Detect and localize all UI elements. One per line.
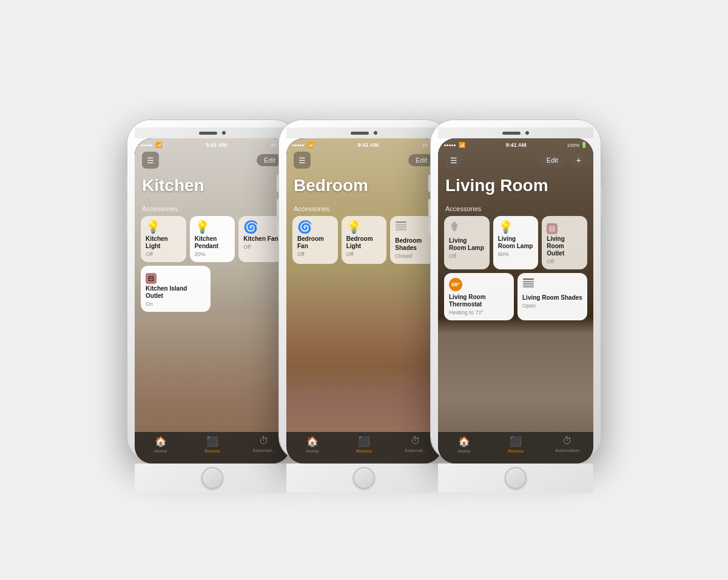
svg-rect-3 [396, 228, 406, 229]
svg-marker-5 [451, 221, 458, 229]
tiles-row1-kitchen: 💡 Kitchen Light Off 💡 Kitchen Pendant 20… [135, 216, 290, 262]
tile-bedroom-shades[interactable]: Bedroom Shades Closed [390, 216, 436, 264]
tile-icon-bedroom-shades [395, 221, 431, 235]
tile-name-bedroom-light: Bedroom Light [346, 235, 382, 250]
tab-bar-livingroom: 🏠 Home ⬛ Rooms ⏱ Automation [438, 432, 593, 464]
status-left-bedroom: 📶 [292, 142, 314, 148]
camera-bedroom [374, 131, 377, 135]
home-button-kitchen[interactable] [201, 467, 223, 489]
tile-status-kitchen-outlet: On [146, 301, 206, 307]
tab-home-label-bedroom: Home [306, 448, 318, 454]
signal-dots-bedroom [292, 144, 304, 146]
tab-home-label-livingroom: Home [457, 448, 470, 454]
tile-icon-kitchen-pendant: 💡 [195, 221, 231, 233]
tile-icon-bedroom-light: 💡 [346, 221, 382, 233]
tile-kitchen-outlet[interactable]: ⊟ Kitchen Island Outlet On [141, 266, 211, 312]
tile-lr-lamp-on[interactable]: 💡 Living Room Lamp 60% [493, 216, 539, 269]
tile-icon-kitchen-light: 💡 [146, 221, 181, 233]
tile-lr-shades[interactable]: Living Room Shades Open [517, 273, 587, 320]
home-button-bedroom[interactable] [353, 467, 375, 489]
tile-status-kitchen-fan: Off [243, 244, 279, 250]
tile-icon-bedroom-fan: 🌀 [297, 221, 333, 233]
menu-icon-livingroom[interactable]: ☰ [445, 152, 462, 169]
tile-icon-kitchen-fan: 🌀 [243, 221, 279, 233]
tile-lr-outlet[interactable]: ⊟ Living Room Outlet Off [542, 216, 587, 269]
tile-kitchen-fan[interactable]: 🌀 Kitchen Fan Off [238, 216, 284, 262]
svg-rect-7 [453, 230, 456, 231]
svg-rect-1 [396, 224, 406, 225]
tab-rooms-label-bedroom: Rooms [356, 448, 371, 454]
phones-container: 📶 9:41 AM 10 🔋 ☰ Ed [127, 96, 601, 484]
tile-bedroom-fan[interactable]: 🌀 Bedroom Fan Off [292, 216, 338, 264]
phone-bedroom: 📶 9:41 AM 10 🔋 ☰ Edit [279, 120, 449, 460]
tile-status-lr-lamp-on: 60% [498, 251, 534, 257]
status-left-kitchen: 📶 [141, 142, 162, 148]
tile-status-bedroom-shades: Closed [395, 253, 431, 259]
tile-name-bedroom-shades: Bedroom Shades [395, 237, 431, 252]
tile-status-lr-shades: Open [522, 303, 582, 309]
tile-name-lr-thermostat: Living Room Thermostat [449, 294, 509, 308]
phone-kitchen: 📶 9:41 AM 10 🔋 ☰ Ed [127, 120, 297, 460]
tab-rooms-bedroom[interactable]: ⬛ Rooms [338, 436, 389, 454]
top-notch-kitchen [135, 127, 290, 138]
svg-rect-9 [523, 281, 534, 282]
tile-lr-lamp-off[interactable]: Living Room Lamp Off [444, 216, 490, 269]
top-notch-bedroom [286, 127, 442, 138]
tile-status-lr-lamp-off: Off [449, 253, 485, 259]
tile-bedroom-light[interactable]: 💡 Bedroom Light Off [342, 216, 387, 264]
camera-livingroom [525, 131, 529, 135]
home-button-area-bedroom [286, 464, 442, 493]
tile-icon-lr-lamp-on: 💡 [498, 221, 534, 233]
tab-automation-livingroom[interactable]: ⏱ Automation [542, 436, 593, 453]
svg-rect-0 [396, 221, 406, 223]
status-time-kitchen: 9:41 AM [206, 142, 226, 148]
signal-dots-livingroom [444, 144, 456, 146]
tab-home-kitchen[interactable]: 🏠 Home [135, 436, 186, 454]
tiles-row1-bedroom: 🌀 Bedroom Fan Off 💡 Bedroom Light Off [286, 216, 442, 264]
svg-rect-2 [396, 226, 406, 227]
status-bar-livingroom: 📶 9:41 AM 100% 🔋 [438, 138, 593, 150]
tile-icon-lr-lamp-off [449, 221, 485, 235]
tab-home-label-kitchen: Home [154, 448, 167, 454]
tile-status-kitchen-light: Off [146, 251, 181, 257]
tile-name-kitchen-outlet: Kitchen Island Outlet [146, 285, 206, 300]
svg-rect-11 [523, 285, 534, 286]
tiles-row1-livingroom: Living Room Lamp Off 💡 Living Room Lamp … [438, 216, 593, 269]
home-button-area-livingroom [438, 464, 593, 493]
status-bar-bedroom: 📶 9:41 AM 10 🔋 [286, 138, 442, 150]
tile-icon-lr-outlet: ⊟ [547, 221, 582, 233]
tab-rooms-livingroom[interactable]: ⬛ Rooms [490, 436, 541, 454]
status-left-livingroom: 📶 [444, 142, 465, 148]
battery-kitchen: 10 [271, 143, 276, 148]
tab-rooms-kitchen[interactable]: ⬛ Rooms [186, 436, 238, 454]
tiles-row2-livingroom: 68° Living Room Thermostat Heating to 72… [438, 273, 593, 320]
bedroom-content: 📶 9:41 AM 10 🔋 ☰ Edit [286, 138, 442, 464]
iphone-shell-livingroom: 📶 9:41 AM 100% 🔋 ☰ Edit [431, 120, 601, 460]
home-button-area-kitchen [135, 464, 290, 493]
svg-rect-12 [523, 286, 534, 288]
accessories-label-bedroom: Accessories [286, 201, 442, 216]
kitchen-content: 📶 9:41 AM 10 🔋 ☰ Ed [135, 138, 290, 464]
top-notch-livingroom [438, 127, 593, 138]
tile-name-kitchen-light: Kitchen Light [146, 235, 181, 250]
earpiece-kitchen [199, 132, 217, 135]
menu-icon-kitchen[interactable]: ☰ [142, 152, 159, 169]
tab-bar-kitchen: 🏠 Home ⬛ Rooms ⏱ Automati... [135, 432, 290, 464]
tile-kitchen-light[interactable]: 💡 Kitchen Light Off [141, 216, 186, 262]
svg-rect-8 [523, 278, 534, 280]
tab-home-bedroom[interactable]: 🏠 Home [286, 436, 338, 454]
tile-name-kitchen-pendant: Kitchen Pendant [195, 235, 231, 250]
tile-status-lr-outlet: Off [547, 258, 582, 265]
tile-kitchen-pendant[interactable]: 💡 Kitchen Pendant 20% [190, 216, 235, 262]
tiles-row2-kitchen: ⊟ Kitchen Island Outlet On [135, 266, 290, 312]
tile-lr-thermostat[interactable]: 68° Living Room Thermostat Heating to 72… [444, 273, 514, 320]
battery-livingroom: 100% [567, 143, 579, 148]
plus-button-livingroom[interactable]: + [571, 153, 586, 167]
screen-livingroom: 📶 9:41 AM 100% 🔋 ☰ Edit [438, 138, 593, 464]
edit-button-livingroom[interactable]: Edit [539, 154, 565, 166]
svg-rect-4 [396, 229, 406, 231]
home-button-livingroom[interactable] [505, 467, 527, 489]
menu-icon-bedroom[interactable]: ☰ [294, 152, 311, 169]
tab-home-livingroom[interactable]: 🏠 Home [438, 436, 490, 454]
tile-status-bedroom-light: Off [346, 251, 382, 257]
